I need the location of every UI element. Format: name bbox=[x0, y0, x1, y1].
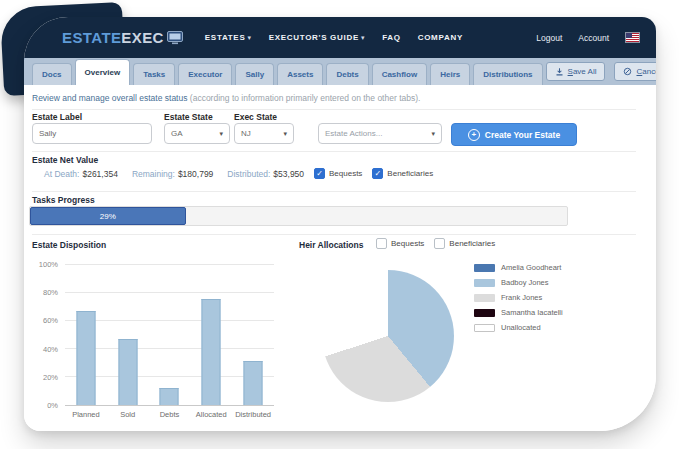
bar-slot bbox=[65, 264, 107, 405]
bar-slot bbox=[232, 264, 274, 405]
checkbox-unchecked-icon bbox=[434, 238, 445, 249]
bar-slot bbox=[107, 264, 149, 405]
legend-item-badboy-jones: Badboy Jones bbox=[474, 278, 563, 287]
tab-heirs[interactable]: Heirs bbox=[430, 63, 470, 85]
tasks-progress-bar[interactable]: 29% bbox=[29, 206, 568, 226]
tasks-progress-percent: 29% bbox=[100, 212, 116, 221]
stat-distributed: Distributed:$53,950 bbox=[227, 169, 304, 179]
create-your-estate-button[interactable]: + Create Your Estate bbox=[451, 123, 577, 146]
create-estate-label: Create Your Estate bbox=[485, 130, 560, 140]
bar-allocated[interactable] bbox=[202, 299, 221, 405]
estate-net-value-heading: Estate Net Value bbox=[32, 155, 98, 165]
divider bbox=[32, 151, 636, 152]
checkbox-label: Bequests bbox=[329, 169, 362, 178]
legend-swatch bbox=[474, 279, 495, 287]
stat-remaining: Remaining:$180,799 bbox=[132, 169, 213, 179]
tab-sally[interactable]: Sally bbox=[235, 63, 274, 85]
estate-state-select[interactable]: GA ▾ bbox=[164, 123, 230, 144]
heir-bequests-checkbox[interactable]: Bequests bbox=[376, 238, 424, 249]
heir-beneficiaries-checkbox[interactable]: Beneficiaries bbox=[434, 238, 495, 249]
logo-text-estate: ESTATE bbox=[62, 29, 121, 46]
heir-allocations-pie-chart[interactable] bbox=[322, 270, 454, 402]
estate-label-value: Sally bbox=[39, 129, 56, 138]
legend-item-frank-jones: Frank Jones bbox=[474, 293, 563, 302]
heir-allocations-heading: Heir Allocations bbox=[299, 240, 363, 250]
nav-item-estates[interactable]: ESTATES▾ bbox=[205, 33, 252, 42]
top-navbar: ESTATEEXEC ESTATES▾EXECUTOR'S GUIDE▾FAQC… bbox=[24, 17, 656, 60]
y-tick-label: 100% bbox=[26, 260, 58, 269]
bar-debts[interactable] bbox=[160, 388, 179, 405]
heir-allocation-checkboxes: BequestsBeneficiaries bbox=[376, 238, 495, 249]
bar-distributed[interactable] bbox=[244, 361, 263, 405]
stat-value: $53,950 bbox=[273, 169, 304, 179]
tab-bar: DocsOverviewTasksExecutorSallyAssetsDebt… bbox=[24, 58, 656, 85]
tab-docs[interactable]: Docs bbox=[32, 63, 72, 85]
nav-item-executor-s-guide[interactable]: EXECUTOR'S GUIDE▾ bbox=[269, 33, 366, 42]
tab-distributions[interactable]: Distributions bbox=[473, 63, 542, 85]
legend-swatch bbox=[474, 294, 495, 302]
cancel-circle-icon bbox=[623, 67, 632, 76]
legend-item-unallocated: Unallocated bbox=[474, 323, 563, 332]
header-link-account[interactable]: Account bbox=[578, 33, 609, 43]
checkbox-label: Bequests bbox=[391, 239, 424, 248]
cancel-all-label: Cancel All bbox=[636, 67, 656, 76]
monitor-icon bbox=[167, 31, 183, 45]
logo-text-exec: EXEC bbox=[121, 29, 163, 46]
estate-state-value: GA bbox=[171, 129, 183, 138]
save-all-button[interactable]: Save All bbox=[546, 62, 606, 81]
cancel-all-button[interactable]: Cancel All bbox=[614, 62, 656, 81]
net-value-beneficiaries-checkbox[interactable]: ✓Beneficiaries bbox=[372, 168, 433, 179]
exec-state-value: NJ bbox=[241, 129, 251, 138]
legend-label: Badboy Jones bbox=[501, 278, 549, 287]
intro-main: Review and manage overall estate status bbox=[32, 93, 187, 103]
stat-value: $180,799 bbox=[178, 169, 213, 179]
estateexec-logo[interactable]: ESTATEEXEC bbox=[62, 29, 183, 46]
us-flag-icon[interactable] bbox=[625, 32, 640, 43]
tab-assets[interactable]: Assets bbox=[277, 63, 323, 85]
x-category-label: Debts bbox=[149, 410, 191, 419]
exec-state-select[interactable]: NJ ▾ bbox=[234, 123, 294, 144]
tab-executor[interactable]: Executor bbox=[178, 63, 232, 85]
nav-item-faq[interactable]: FAQ bbox=[382, 33, 401, 42]
tab-cashflow[interactable]: Cashflow bbox=[372, 63, 428, 85]
legend-label: Unallocated bbox=[501, 323, 541, 332]
tasks-progress-heading: Tasks Progress bbox=[32, 195, 95, 205]
estate-label-input[interactable]: Sally bbox=[32, 123, 152, 144]
flag-canton bbox=[626, 33, 632, 38]
estate-actions-select[interactable]: Estate Actions... ▾ bbox=[318, 123, 442, 144]
bar-slot bbox=[149, 264, 191, 405]
stat-label: Remaining: bbox=[132, 169, 175, 179]
checkbox-label: Beneficiaries bbox=[449, 239, 495, 248]
divider bbox=[32, 109, 636, 110]
legend-swatch bbox=[474, 309, 495, 317]
legend-label: Amelia Goodheart bbox=[501, 263, 561, 272]
chevron-down-icon: ▾ bbox=[247, 34, 251, 41]
tab-overview[interactable]: Overview bbox=[75, 59, 131, 85]
net-value-bequests-checkbox[interactable]: ✓Bequests bbox=[314, 168, 362, 179]
estate-actions-placeholder: Estate Actions... bbox=[325, 129, 382, 138]
chevron-down-icon: ▾ bbox=[219, 130, 223, 138]
main-nav: ESTATES▾EXECUTOR'S GUIDE▾FAQCOMPANY bbox=[205, 33, 463, 42]
stat-at-death: At Death:$261,354 bbox=[44, 169, 118, 179]
legend-swatch bbox=[474, 264, 495, 272]
estate-disposition-heading: Estate Disposition bbox=[32, 240, 106, 250]
chevron-down-icon: ▾ bbox=[283, 130, 287, 138]
download-save-icon bbox=[555, 67, 564, 76]
bar-planned[interactable] bbox=[76, 311, 95, 405]
nav-item-company[interactable]: COMPANY bbox=[418, 33, 463, 42]
stat-label: Distributed: bbox=[227, 169, 270, 179]
legend-item-samantha-iacatelli: Samantha Iacatelli bbox=[474, 308, 563, 317]
estate-label-label: Estate Label bbox=[32, 112, 82, 122]
divider bbox=[32, 191, 636, 192]
tab-tasks[interactable]: Tasks bbox=[133, 63, 175, 85]
legend-label: Samantha Iacatelli bbox=[501, 308, 563, 317]
y-tick-label: 20% bbox=[26, 373, 58, 382]
navbar-right: LogoutAccount bbox=[536, 32, 656, 43]
x-category-label: Distributed bbox=[232, 410, 274, 419]
app-window: ESTATEEXEC ESTATES▾EXECUTOR'S GUIDE▾FAQC… bbox=[24, 17, 656, 431]
tab-debts[interactable]: Debts bbox=[326, 63, 368, 85]
tab-actions: Save All Cancel All bbox=[546, 62, 656, 81]
header-link-logout[interactable]: Logout bbox=[536, 33, 562, 43]
net-value-stats: At Death:$261,354Remaining:$180,799Distr… bbox=[44, 169, 304, 179]
bar-sold[interactable] bbox=[118, 339, 137, 405]
